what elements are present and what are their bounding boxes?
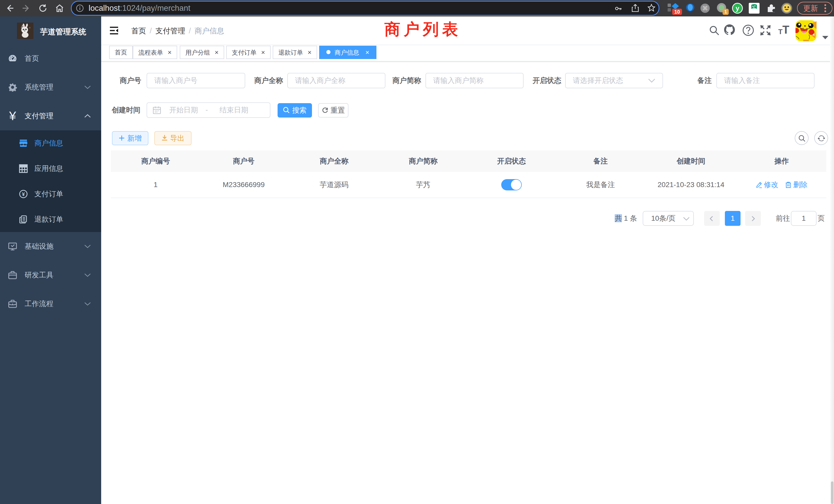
svg-text:⌘: ⌘ <box>702 5 708 12</box>
svg-text:1: 1 <box>724 9 727 14</box>
svg-text:10: 10 <box>674 9 680 15</box>
svg-text:y: y <box>736 4 740 12</box>
svg-text:¥: ¥ <box>22 191 25 197</box>
